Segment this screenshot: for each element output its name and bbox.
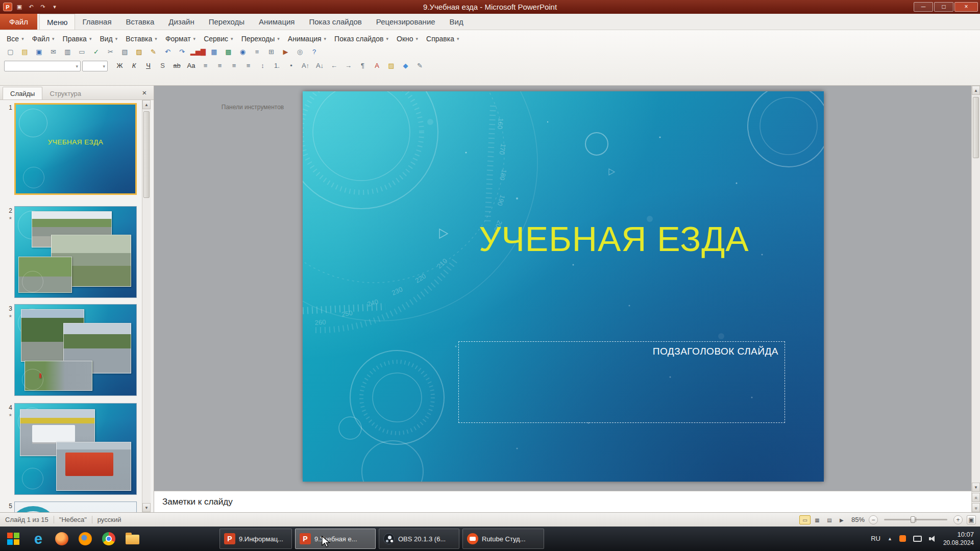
menu-item[interactable]: Вид ▾ <box>96 33 121 44</box>
scroll-down-button[interactable]: ▼ <box>972 483 980 492</box>
scrollbar-thumb[interactable] <box>143 111 150 198</box>
menu-item[interactable]: Анимация ▾ <box>284 33 330 44</box>
italic-icon[interactable]: К <box>128 60 140 72</box>
normal-view-icon[interactable]: ▭ <box>799 515 811 524</box>
copy-icon[interactable]: ▧ <box>118 46 131 58</box>
menu-item[interactable]: Правка ▾ <box>59 33 95 44</box>
paste-icon[interactable]: ▨ <box>133 46 145 58</box>
slide-thumbnail-3[interactable]: 3 ★ <box>4 304 137 396</box>
shape-fill-icon[interactable]: ◆ <box>399 60 412 72</box>
save-icon[interactable]: ▣ <box>15 3 24 11</box>
reading-view-icon[interactable]: ▤ <box>824 515 835 524</box>
tab-home[interactable]: Главная <box>75 14 118 30</box>
theme-name[interactable]: "Небеса" <box>59 516 87 523</box>
media-player-icon[interactable] <box>50 527 74 551</box>
volume-icon[interactable] <box>929 536 936 542</box>
firefox-icon[interactable] <box>74 527 97 551</box>
zoom-icon[interactable]: ◎ <box>293 46 306 58</box>
print-preview-icon[interactable]: ▭ <box>76 46 88 58</box>
tab-file[interactable]: Файл <box>0 14 37 30</box>
language-indicator[interactable]: русский <box>97 516 121 523</box>
save-icon[interactable]: ▣ <box>33 46 45 58</box>
tab-menu[interactable]: Меню <box>39 14 76 30</box>
powerpoint-app-icon[interactable]: P <box>3 3 12 11</box>
bullet-list-icon[interactable]: • <box>285 60 298 72</box>
tab-outline[interactable]: Структура <box>42 87 88 99</box>
tab-view[interactable]: Вид <box>443 14 471 30</box>
menu-item[interactable]: Сервис ▾ <box>200 33 236 44</box>
tab-review[interactable]: Рецензирование <box>369 14 443 30</box>
notes-pane[interactable]: Заметки к слайду <box>154 491 971 512</box>
subtitle-placeholder[interactable]: ПОДЗАГОЛОВОК СЛАЙДА <box>458 341 785 423</box>
increase-indent-icon[interactable]: → <box>342 60 355 72</box>
display-tray-icon[interactable] <box>913 536 922 542</box>
new-document-icon[interactable]: ▢ <box>4 46 17 58</box>
close-button[interactable]: × <box>954 2 978 12</box>
scroll-up-button[interactable]: ▲ <box>972 86 980 95</box>
scroll-down-button[interactable]: ▼ <box>142 503 151 512</box>
email-icon[interactable]: ✉ <box>47 46 60 58</box>
zoom-slider-thumb[interactable] <box>911 516 915 523</box>
paragraph-icon[interactable]: ¶ <box>356 60 369 72</box>
change-case-icon[interactable]: Аа <box>185 60 198 72</box>
undo-icon[interactable]: ↶ <box>161 46 174 58</box>
expand-all-icon[interactable]: ≡ <box>251 46 263 58</box>
insert-table-icon[interactable]: ▦ <box>208 46 220 58</box>
menu-item[interactable]: Переходы ▾ <box>238 33 283 44</box>
previous-slide-button[interactable]: « <box>972 493 980 502</box>
menu-item[interactable]: Файл ▾ <box>29 33 58 44</box>
redo-icon[interactable]: ↷ <box>176 46 188 58</box>
tab-slideshow[interactable]: Показ слайдов <box>302 14 369 30</box>
format-painter-icon[interactable]: ✎ <box>147 46 160 58</box>
slides-panel-scrollbar[interactable]: ▲ ▼ <box>142 100 151 512</box>
zoom-in-button[interactable]: + <box>953 515 963 524</box>
numbered-list-icon[interactable]: 1. <box>271 60 283 72</box>
slide-thumbnail-4[interactable]: 4 ★ <box>4 403 137 495</box>
slide-canvas[interactable]: 160 170 180 190 200 210 220 230 240 250 … <box>303 91 824 482</box>
draw-icon[interactable]: ✎ <box>413 60 426 72</box>
slide-sorter-icon[interactable]: ▦ <box>812 515 823 524</box>
customize-quick-access-icon[interactable]: ▾ <box>50 3 59 11</box>
thumbnail-image-5[interactable] <box>14 502 137 512</box>
taskbar-app-obs[interactable]: OBS 20.1.3 (6... <box>379 529 459 549</box>
insert-chart-icon[interactable]: ▂▅▇ <box>190 46 206 58</box>
start-button[interactable] <box>0 527 27 551</box>
slide-show-icon[interactable]: ▶ <box>279 46 292 58</box>
chrome-icon[interactable] <box>97 527 120 551</box>
excel-worksheet-icon[interactable]: ▩ <box>222 46 235 58</box>
align-center-icon[interactable]: ≡ <box>213 60 226 72</box>
align-right-icon[interactable]: ≡ <box>228 60 240 72</box>
menu-item[interactable]: Окно ▾ <box>393 33 422 44</box>
hyperlink-icon[interactable]: ◉ <box>236 46 249 58</box>
next-slide-button[interactable]: » <box>972 503 980 512</box>
thumbnail-image-1[interactable]: УЧЕБНАЯ ЕЗДА <box>14 103 137 195</box>
clock[interactable]: 10:07 20.08.2024 <box>943 531 974 547</box>
menu-item[interactable]: Вставка ▾ <box>122 33 161 44</box>
minimize-button[interactable]: ─ <box>914 2 933 12</box>
undo-icon[interactable]: ↶ <box>27 3 36 11</box>
language-switcher[interactable]: RU <box>871 535 880 542</box>
menu-item[interactable]: Справка ▾ <box>423 33 462 44</box>
font-name-combo[interactable]: ▾ <box>4 61 81 71</box>
tab-slides[interactable]: Слайды <box>3 87 42 99</box>
cut-icon[interactable]: ✂ <box>104 46 117 58</box>
highlight-color-icon[interactable]: ▨ <box>385 60 398 72</box>
scroll-up-button[interactable]: ▲ <box>142 100 151 109</box>
slide-thumbnail-1[interactable]: 1 УЧЕБНАЯ ЕЗДА <box>4 103 137 195</box>
thumbnail-image-4[interactable] <box>14 403 137 495</box>
zoom-out-button[interactable]: − <box>869 515 878 524</box>
print-icon[interactable]: ▥ <box>61 46 74 58</box>
align-left-icon[interactable]: ≡ <box>199 60 212 72</box>
decrease-font-icon[interactable]: А↓ <box>313 60 326 72</box>
grid-icon[interactable]: ⊞ <box>265 46 278 58</box>
line-spacing-icon[interactable]: ↕ <box>256 60 269 72</box>
thumbnail-image-3[interactable] <box>14 304 137 396</box>
zoom-slider[interactable] <box>884 519 947 520</box>
slide-thumbnail-2[interactable]: 2 ★ <box>4 206 137 298</box>
edge-icon[interactable]: e <box>27 527 50 551</box>
font-size-combo[interactable]: ▾ <box>82 61 108 71</box>
menu-item[interactable]: Показ слайдов ▾ <box>331 33 392 44</box>
slide-thumbnail-5[interactable]: 5 <box>4 502 137 512</box>
spelling-icon[interactable]: ✓ <box>90 46 103 58</box>
slideshow-view-icon[interactable]: ▶ <box>836 515 847 524</box>
